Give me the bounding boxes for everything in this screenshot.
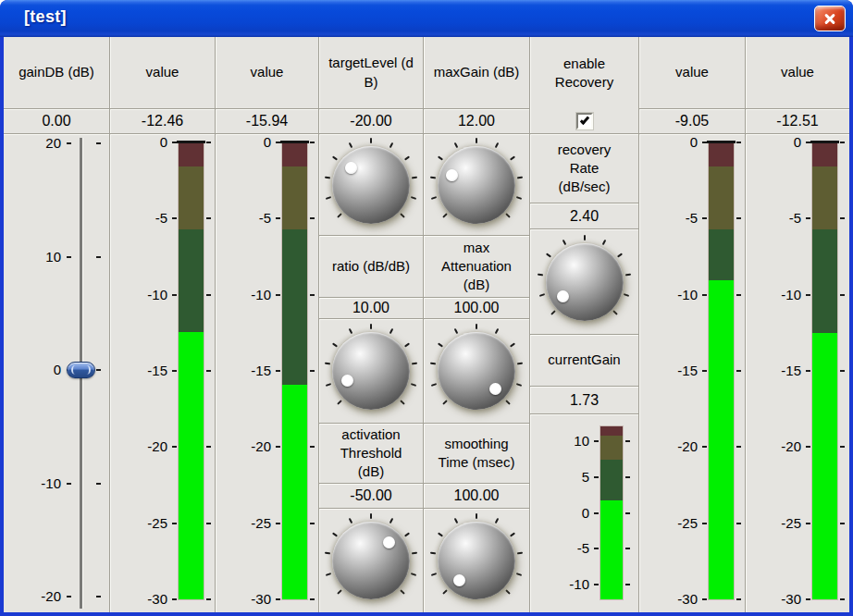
tick-mark [736,523,741,524]
param-label-activation-threshold-db: activation Threshold (dB) [319,424,423,484]
tick-mark [276,294,280,296]
tick-mark [806,294,810,296]
meter-tick-label: -5 [639,209,698,228]
knob-scale-tick [326,383,331,387]
meter-tick-label: -30 [216,590,271,609]
meter-tick-label: -25 [746,514,801,533]
knob-scale-tick [495,328,500,334]
knob-body [438,146,515,224]
tick-mark [806,142,810,143]
meter-tick-label: -5 [110,209,167,228]
knob-body [332,522,410,599]
column-main-value4: 0-5-10-15-20-25-30 [746,134,849,612]
knob-scale-tick [517,177,523,179]
knob-scale-tick [515,196,521,200]
column-header-value3: value [639,37,745,109]
knob-scale-tick [349,518,353,524]
meter-segment [600,460,623,500]
tick-mark [67,483,71,485]
tick-mark [806,370,810,372]
knob-scale-tick [324,552,329,555]
meter-tick-label: -10 [530,575,589,594]
param-label-recovery-rate: recovery Rate (dB/sec) [530,134,638,203]
tick-mark [594,440,599,442]
knob-scale-tick [431,196,437,200]
column-display-maxGain: 12.00 [424,109,529,134]
tick-mark [594,476,599,478]
column-targetLevel: targetLevel (dB)-20.00ratio (dB/dB)10.00… [319,37,424,612]
tick-mark [67,256,71,258]
meter-tick-label: -15 [746,362,801,380]
max-attenuation-db-knob[interactable] [428,323,525,419]
knob-scale-tick [370,513,372,519]
param-display-ratio-db-db: 10.00 [319,298,423,319]
meter-segment [812,333,837,599]
knob-scale-tick [337,589,342,595]
knob-scale-tick [404,342,410,347]
tick-mark [702,370,707,372]
knob-scale-tick [546,253,551,258]
column-recovery: enable Recoveryrecovery Rate (dB/sec)2.4… [530,37,639,612]
tick-mark [172,217,177,219]
knob-scale-tick [510,532,515,536]
tick-mark [96,369,101,371]
knob-scale-tick [324,363,329,365]
enable-recovery-checkbox[interactable] [576,113,593,129]
meter-tick-label: 0 [216,133,271,152]
tick-mark [172,598,177,600]
meter-segment [812,142,837,166]
meter-tick-label: -5 [216,209,271,228]
meter-segment [282,385,307,599]
tick-mark [96,142,101,144]
tick-mark [276,370,280,372]
knob-scale-tick [515,573,521,576]
maxgain-db-knob[interactable] [428,137,525,233]
meter-top-line [810,141,839,143]
knob-scale-tick [495,518,500,524]
smoothing-time-msec-knob[interactable] [428,512,525,609]
column-value1: value-12.460-5-10-15-20-25-30 [110,37,216,612]
tick-mark [625,512,630,514]
meter-tick-label: -15 [216,362,271,380]
tick-mark [276,523,280,524]
tick-mark [806,446,810,448]
tick-mark [806,523,810,524]
knob-scale-tick [404,532,410,536]
column-display-value3: -9.05 [639,109,745,134]
tick-mark [702,217,707,219]
tick-mark [310,370,315,372]
tick-mark [206,142,211,143]
knob-scale-tick [431,573,437,576]
meter-tick-label: -30 [110,590,167,609]
tick-mark [67,596,71,598]
tick-mark [276,598,280,600]
close-button[interactable] [814,6,846,31]
tick-mark [702,294,707,296]
meter-tick-label: -15 [639,362,698,380]
knob-body [332,146,410,224]
recovery-rate-knob[interactable] [537,234,633,330]
knob-scale-tick [370,138,372,143]
meter-tick-label: 0 [110,133,167,152]
tick-mark [625,584,630,585]
knob-scale-tick [584,235,586,240]
titlebar[interactable]: [test] [0,0,853,37]
meter-tick-label: -20 [639,437,698,456]
targetlevel-db-knob[interactable] [323,137,419,233]
ratio-db-db-knob[interactable] [323,323,419,419]
knob-scale-tick [495,142,500,148]
meter-tick-label: -5 [746,209,801,228]
activation-threshold-db-knob[interactable] [323,512,419,609]
tick-mark [206,370,211,372]
meter-segment [709,166,734,229]
gain-slider-thumb[interactable] [67,362,95,378]
tick-mark [806,598,810,600]
knob-scale-tick [454,142,459,148]
tick-mark [172,446,177,448]
meter-segment [282,142,307,166]
meter-tick-label: -10 [216,286,271,304]
knob-scale-tick [539,293,545,297]
window-title: [test] [24,7,67,27]
tick-mark [310,294,315,296]
knob-indicator-dot [453,574,465,586]
